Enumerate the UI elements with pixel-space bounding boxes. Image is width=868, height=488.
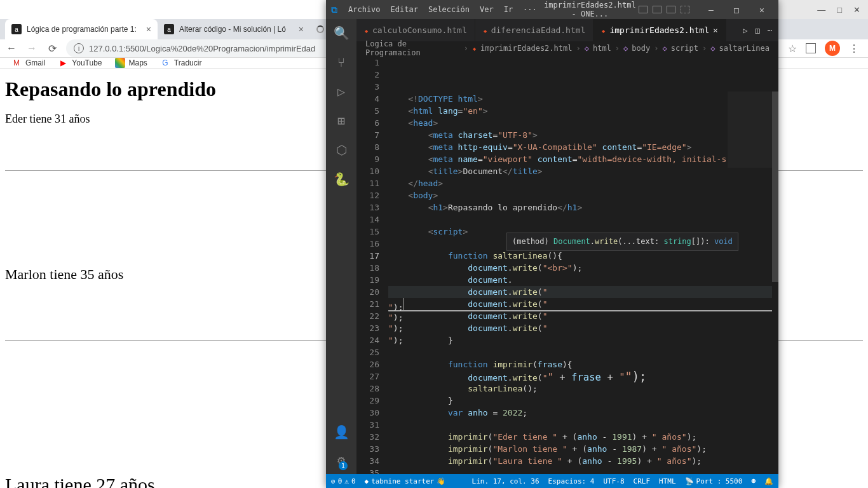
maps-icon (115, 58, 125, 68)
minimize-button[interactable]: — (700, 5, 722, 15)
youtube-icon: ▶ (58, 58, 68, 68)
breadcrumb-item[interactable]: script (671, 44, 698, 53)
breadcrumb-item[interactable]: html (593, 44, 611, 53)
code-editor[interactable]: 1234567891011121314151617181920212223242… (356, 55, 778, 474)
editor-tabs: ⬥calculoConsumo.html ⬥diferenciaEdad.htm… (356, 19, 778, 41)
bookmark-maps[interactable]: Maps (115, 58, 147, 68)
layout-icon[interactable] (667, 6, 675, 13)
tab-label: diferenciaEdad.html (491, 25, 586, 35)
bookmark-label: Maps (129, 58, 147, 67)
more-icon[interactable]: ⋯ (768, 26, 772, 35)
toolbar-right: ☆ M ⋮ (784, 41, 863, 56)
code-area[interactable]: (method) Document.write(...text: string[… (388, 55, 778, 474)
symbol-icon: ◇ (623, 44, 628, 53)
chrome-tab[interactable]: a Lógica de programación parte 1: × (5, 19, 158, 39)
html-file-icon: ⬥ (364, 26, 369, 35)
bookmark-label: Traducir (174, 58, 202, 67)
status-spaces[interactable]: Espacios: 4 (548, 477, 595, 485)
vscode-body: 🔍 ⑂ ▷ ⊞ ⬡ 🐍 👤 ⚙ ⬥calculoConsumo.html ⬥di… (326, 19, 778, 474)
breadcrumb-item[interactable]: saltarLinea (719, 44, 770, 53)
status-bar: ⊘ 0 ⚠ 0 ◆ tabnine starter 👋 Lín. 17, col… (326, 474, 778, 488)
extensions-icon[interactable]: ⊞ (337, 113, 345, 128)
close-icon[interactable]: × (299, 24, 304, 34)
close-button[interactable]: ✕ (750, 5, 773, 15)
html-file-icon: ⬥ (483, 26, 487, 35)
vscode-window: ⧉ Archivo Editar Selección Ver Ir ··· im… (326, 0, 778, 488)
status-errors[interactable]: ⊘ 0 ⚠ 0 (331, 477, 356, 485)
html-file-icon: ⬥ (472, 44, 477, 53)
menu-bar: Archivo Editar Selección Ver Ir ··· (344, 3, 541, 16)
menu-view[interactable]: Ver (475, 3, 498, 16)
tab-label: imprimirEdades2.html (609, 25, 709, 35)
tab-title: Alterar código - Mi solución | Ló (179, 25, 286, 34)
symbol-icon: ◇ (710, 44, 715, 53)
layout-icon[interactable] (653, 6, 661, 13)
run-icon[interactable]: ▷ (743, 26, 747, 35)
editor-tab[interactable]: ⬥calculoConsumo.html (356, 19, 475, 41)
maximize-icon[interactable]: □ (837, 5, 842, 15)
tab-actions: ▷ ◫ ⋯ (736, 19, 778, 41)
menu-selection[interactable]: Selección (424, 3, 474, 16)
editor-tab[interactable]: ⬥diferenciaEdad.html (475, 19, 594, 41)
status-tabnine[interactable]: ◆ tabnine starter 👋 (365, 477, 446, 485)
status-bell-icon[interactable]: 🔔 (764, 477, 773, 485)
url-text: 127.0.0.1:5500/Logica%20de%20Programacio… (89, 44, 315, 53)
python-icon[interactable]: 🐍 (334, 172, 349, 187)
account-icon[interactable]: 👤 (334, 424, 349, 440)
menu-go[interactable]: Ir (499, 3, 517, 16)
status-port[interactable]: 📡 Port : 5500 (685, 477, 743, 485)
close-icon[interactable]: × (146, 24, 151, 34)
bookmark-gmail[interactable]: MGmail (11, 58, 45, 68)
status-position[interactable]: Lín. 17, col. 36 (472, 477, 539, 485)
profile-avatar[interactable]: M (825, 41, 840, 56)
debug-icon[interactable]: ▷ (337, 84, 345, 99)
layout-icon[interactable] (681, 6, 689, 13)
menu-more[interactable]: ··· (519, 3, 541, 16)
close-icon[interactable]: ✕ (853, 5, 860, 15)
status-lang[interactable]: HTML (659, 477, 676, 485)
forward-button[interactable]: → (25, 43, 38, 54)
bookmark-youtube[interactable]: ▶YouTube (58, 58, 102, 68)
back-button[interactable]: ← (5, 43, 18, 54)
vscode-logo-icon: ⧉ (331, 4, 337, 15)
bookmark-label: Gmail (25, 58, 45, 67)
search-icon[interactable]: 🔍 (334, 25, 349, 41)
breadcrumb-item[interactable]: Logica de Programacion (365, 39, 460, 57)
window-controls: — □ ✕ (700, 5, 773, 15)
chrome-tab[interactable]: a Alterar código - Mi solución | Ló × (158, 19, 310, 39)
breadcrumb-item[interactable]: imprimirEdades2.html (480, 44, 573, 53)
menu-edit[interactable]: Editar (386, 3, 423, 16)
bookmark-translate[interactable]: GTraducir (160, 58, 202, 68)
settings-gear-icon[interactable]: ⚙ (337, 452, 345, 468)
source-control-icon[interactable]: ⑂ (337, 55, 345, 70)
vertical-scrollbar[interactable] (772, 92, 778, 474)
site-info-icon[interactable]: i (74, 43, 84, 53)
editor-tab-active[interactable]: ⬥imprimirEdades2.html× (593, 19, 726, 41)
minimize-icon[interactable]: — (817, 5, 825, 15)
menu-file[interactable]: Archivo (344, 3, 385, 16)
menu-dots-icon[interactable]: ⋮ (849, 43, 859, 55)
translate-icon: G (160, 58, 170, 68)
status-eol[interactable]: CRLF (634, 477, 651, 485)
symbol-icon: ◇ (662, 44, 667, 53)
status-encoding[interactable]: UTF-8 (603, 477, 624, 485)
html-file-icon: ⬥ (601, 26, 606, 35)
breadcrumb[interactable]: Logica de Programacion› ⬥imprimirEdades2… (356, 41, 778, 55)
layout-icon[interactable] (639, 6, 648, 13)
reload-button[interactable]: ⟳ (46, 43, 58, 55)
bookmark-star-icon[interactable]: ☆ (788, 43, 797, 55)
close-icon[interactable]: × (713, 25, 718, 35)
editor-group: ⬥calculoConsumo.html ⬥diferenciaEdad.htm… (356, 19, 778, 474)
loading-icon (316, 25, 324, 33)
minimap[interactable] (728, 92, 772, 168)
status-feedback-icon[interactable]: ☻ (751, 477, 756, 485)
favicon-icon: a (11, 24, 22, 34)
maximize-button[interactable]: □ (725, 5, 748, 15)
extensions-icon[interactable] (806, 43, 816, 53)
line-gutter: 1234567891011121314151617181920212223242… (356, 55, 388, 474)
symbol-icon: ◇ (585, 44, 589, 53)
split-icon[interactable]: ◫ (756, 26, 760, 35)
activity-bar: 🔍 ⑂ ▷ ⊞ ⬡ 🐍 👤 ⚙ (326, 19, 356, 474)
hex-icon[interactable]: ⬡ (336, 142, 347, 158)
breadcrumb-item[interactable]: body (632, 44, 650, 53)
